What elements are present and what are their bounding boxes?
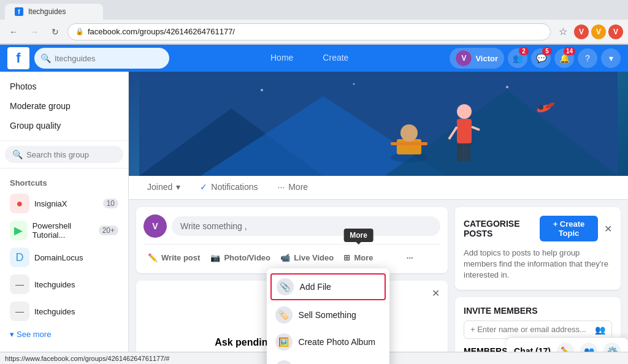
messenger-icon-btn[interactable]: 💬 5 xyxy=(531,48,551,68)
sidebar-item-quality[interactable]: Group quality xyxy=(0,116,128,135)
add-file-label: Add File xyxy=(300,282,331,292)
more-action-label: More xyxy=(354,253,373,262)
fb-header-nav: Home Create xyxy=(174,48,445,69)
create-doc-icon: 📄 xyxy=(275,360,293,364)
notifications-icon-btn[interactable]: 🔔 14 xyxy=(554,48,574,68)
search-group-input[interactable] xyxy=(26,150,116,159)
reload-button[interactable]: ↻ xyxy=(47,23,64,40)
see-more-label: See more xyxy=(17,330,51,339)
shortcut-label-insigniax: InsigniaX xyxy=(34,199,67,208)
ellipsis-icon: ··· xyxy=(407,253,413,262)
chevron-down-icon: ▾ xyxy=(176,182,180,192)
search-group-bar[interactable]: 🔍 xyxy=(5,146,123,163)
shortcut-itechguides-2[interactable]: — Itechguides xyxy=(0,298,128,325)
dropdown-item-add-file[interactable]: 📎 Add File xyxy=(270,273,386,300)
shortcut-icon-insigniax: ● xyxy=(10,194,29,213)
back-button[interactable]: ← xyxy=(5,23,22,40)
shortcut-count-insigniax: 10 xyxy=(103,199,118,208)
tab-title: Itechguides xyxy=(28,7,66,16)
more-tooltip: More xyxy=(343,229,373,242)
friends-badge: 2 xyxy=(519,47,529,55)
main-layout: Photos Moderate group Group quality 🔍 Sh… xyxy=(0,72,628,364)
browser-tabs: f Itechguides xyxy=(0,0,628,20)
svg-point-8 xyxy=(457,104,472,119)
tab-more[interactable]: ··· More xyxy=(269,176,317,199)
search-group-icon: 🔍 xyxy=(12,150,23,159)
see-more-button[interactable]: ▾ See more xyxy=(0,325,128,344)
user-name: Victor xyxy=(475,54,498,63)
more-action-button[interactable]: ⊞ More More xyxy=(340,249,377,266)
browser-chrome: f Itechguides ← → ↻ 🔒 facebook.com/group… xyxy=(0,0,628,45)
browser-nav: ← → ↻ 🔒 facebook.com/groups/426146264761… xyxy=(0,20,628,44)
svg-rect-12 xyxy=(457,143,463,162)
sidebar-item-moderate[interactable]: Moderate group xyxy=(0,96,128,116)
address-bar[interactable]: 🔒 facebook.com/groups/426146264761177/ xyxy=(67,23,551,40)
check-icon: ✓ xyxy=(200,182,207,192)
help-icon-btn[interactable]: ? xyxy=(578,48,597,68)
fb-header: f 🔍 Home Create V Victor 👥 2 💬 5 🔔 14 ? xyxy=(0,45,628,72)
sidebar-item-photos[interactable]: Photos xyxy=(0,77,128,96)
shortcut-icon-itechguides-1: — xyxy=(10,275,29,294)
ask-pending-close-button[interactable]: ✕ xyxy=(428,286,443,300)
categorise-close-button[interactable]: ✕ xyxy=(604,223,612,235)
bookmark-button[interactable]: ☆ xyxy=(554,23,572,40)
shortcuts-section-title: Shortcuts xyxy=(0,173,128,190)
shortcut-label-powershell: Powershell Tutorial... xyxy=(33,221,99,240)
create-topic-button[interactable]: + Create Topic xyxy=(540,216,598,241)
invite-input-bar[interactable]: 👥 xyxy=(464,320,612,339)
invite-icon: 👥 xyxy=(595,325,605,335)
tab-joined[interactable]: Joined ▾ xyxy=(139,176,189,199)
sell-icon: 🏷️ xyxy=(275,306,293,324)
write-post-button[interactable]: ✏️ Write post xyxy=(144,249,204,266)
account-menu-btn[interactable]: ▾ xyxy=(601,48,621,68)
dropdown-item-create-doc[interactable]: 📄 Create Doc xyxy=(267,355,389,364)
shortcut-label-domainlocus: DomainLocus xyxy=(34,253,83,262)
more-dropdown-container: ⊞ More More 📎 Ad xyxy=(340,249,377,266)
more-tab-label: More xyxy=(288,182,308,192)
group-tabs: Joined ▾ ✓ Notifications ··· More xyxy=(129,176,628,200)
search-bar[interactable]: 🔍 xyxy=(34,48,169,69)
nav-item-home[interactable]: Home xyxy=(256,48,308,69)
live-video-button[interactable]: 📹 Live Video xyxy=(277,249,337,266)
photo-icon: 📷 xyxy=(210,253,220,262)
video-icon: 📹 xyxy=(280,253,290,262)
profile-circle-2: V xyxy=(591,25,606,39)
shortcut-powershell[interactable]: ▶ Powershell Tutorial... 20+ xyxy=(0,217,128,244)
sidebar-menu: Photos Moderate group Group quality 🔍 Sh… xyxy=(0,72,128,349)
photo-album-label: Create Photo Album xyxy=(299,337,375,347)
shortcut-left-5: — Itechguides xyxy=(10,301,75,321)
shortcut-label-itechguides-1: Itechguides xyxy=(34,280,75,289)
dropdown-item-photo-album[interactable]: 🖼️ Create Photo Album xyxy=(267,328,389,355)
search-input[interactable] xyxy=(55,54,163,63)
ellipsis-button[interactable]: ··· xyxy=(380,249,440,266)
photo-video-button[interactable]: 📷 Photo/Video xyxy=(207,249,274,266)
add-file-icon: 📎 xyxy=(277,278,294,295)
friends-icon-btn[interactable]: 👥 2 xyxy=(508,48,527,68)
cover-svg xyxy=(139,72,618,176)
write-post-input[interactable]: Write something , xyxy=(172,216,440,236)
search-icon: 🔍 xyxy=(40,53,51,63)
dropdown-item-sell[interactable]: 🏷️ Sell Something xyxy=(267,301,389,328)
joined-label: Joined xyxy=(147,182,172,192)
forward-button[interactable]: → xyxy=(26,23,43,40)
more-grid-icon: ⊞ xyxy=(343,253,350,262)
shortcut-left-3: D DomainLocus xyxy=(10,248,83,267)
profile-circle-3: V xyxy=(608,25,623,39)
invite-input-field[interactable] xyxy=(470,325,591,334)
shortcut-icon-powershell: ▶ xyxy=(10,221,28,240)
shortcut-insigniax[interactable]: ● InsigniaX 10 xyxy=(0,190,128,217)
shortcut-itechguides-1[interactable]: — Itechguides xyxy=(0,271,128,298)
content-area: Joined ▾ ✓ Notifications ··· More V xyxy=(129,72,628,364)
browser-tab[interactable]: f Itechguides xyxy=(5,4,103,20)
write-post-placeholder: Write something , xyxy=(180,221,247,231)
lock-icon: 🔒 xyxy=(75,28,84,36)
tab-notifications[interactable]: ✓ Notifications xyxy=(191,176,266,199)
feed-left: V Write something , ✏️ Write post 📷 xyxy=(136,207,448,364)
user-button[interactable]: V Victor xyxy=(450,48,504,69)
categorise-posts-card: CATEGORISE POSTS + Create Topic ✕ Add to… xyxy=(455,207,621,290)
shortcut-icon-domainlocus: D xyxy=(10,248,29,267)
fb-header-right: V Victor 👥 2 💬 5 🔔 14 ? ▾ xyxy=(450,48,621,69)
cover-illustration xyxy=(129,72,628,176)
shortcut-domainlocus[interactable]: D DomainLocus xyxy=(0,244,128,271)
nav-item-create[interactable]: Create xyxy=(308,48,363,69)
